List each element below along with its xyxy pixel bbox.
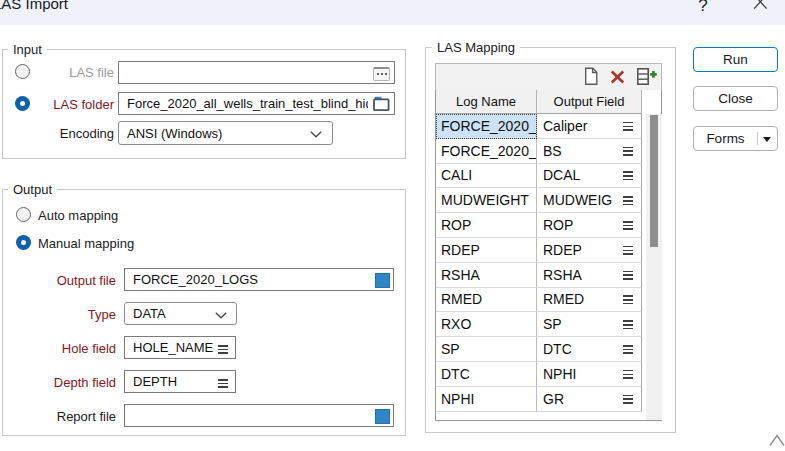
close-icon	[752, 0, 769, 12]
output-field-cell[interactable]: RDEP	[537, 238, 642, 263]
output-field-cell[interactable]: MUDWEIG	[537, 188, 642, 213]
las-import-dialog: LAS Import ? Input LAS file LAS folder F…	[0, 0, 785, 451]
chevron-down-icon	[215, 312, 227, 319]
field-menu-icon[interactable]	[218, 379, 228, 388]
encoding-select[interactable]: ANSI (Windows)	[118, 121, 333, 145]
row-menu-icon[interactable]	[623, 320, 633, 329]
output-field-cell[interactable]: RMED	[537, 288, 642, 313]
output-field-cell[interactable]: ROP	[537, 213, 642, 238]
report-file-label: Report file	[0, 409, 116, 424]
folder-icon[interactable]	[373, 96, 390, 112]
table-scrollbar[interactable]	[646, 114, 662, 420]
output-file-picker-button[interactable]	[375, 273, 390, 288]
row-menu-icon[interactable]	[623, 246, 633, 255]
row-menu-icon[interactable]	[623, 395, 633, 404]
chevron-down-icon	[310, 131, 322, 138]
row-menu-icon[interactable]	[623, 345, 633, 354]
table-row: RSHARSHA	[436, 263, 642, 288]
row-menu-icon[interactable]	[623, 196, 633, 205]
table-row: RDEPRDEP	[436, 238, 642, 263]
table-row: DTCNPHI	[436, 362, 642, 387]
report-file-input[interactable]	[124, 404, 394, 427]
row-menu-icon[interactable]	[623, 221, 633, 230]
log-name-cell[interactable]: DTC	[436, 362, 537, 387]
table-row: MUDWEIGHTMUDWEIG	[436, 188, 642, 213]
table-row: FORCE_2020_BS	[436, 139, 642, 164]
manual-mapping-label: Manual mapping	[38, 236, 134, 251]
table-row: CALIDCAL	[436, 164, 642, 189]
las-folder-label: LAS folder	[0, 97, 114, 112]
output-field-cell[interactable]: DTC	[537, 337, 642, 362]
type-label: Type	[0, 307, 116, 322]
depth-field-label: Depth field	[0, 375, 116, 390]
las-file-input[interactable]	[118, 61, 395, 84]
forms-button-divider	[757, 132, 758, 145]
auto-mapping-radio[interactable]	[16, 207, 31, 222]
table-row: FORCE_2020_Caliper	[436, 114, 642, 139]
run-button[interactable]: Run	[693, 47, 778, 72]
table-row: SPDTC	[436, 337, 642, 362]
table-row: ROPROP	[436, 213, 642, 238]
las-folder-input[interactable]: Force_2020_all_wells_train_test_blind_hi…	[118, 92, 395, 115]
log-name-cell[interactable]: NPHI	[436, 387, 537, 412]
las-mapping-group-label: LAS Mapping	[432, 41, 520, 54]
hole-field-input[interactable]: HOLE_NAME	[124, 336, 236, 359]
row-menu-icon[interactable]	[623, 122, 633, 131]
row-menu-icon[interactable]	[623, 147, 633, 156]
hole-field-label: Hole field	[0, 341, 116, 356]
auto-mapping-label: Auto mapping	[38, 208, 118, 223]
report-file-picker-button[interactable]	[375, 409, 390, 424]
forms-split-button[interactable]: Forms	[693, 126, 778, 151]
browse-file-button[interactable]	[373, 67, 390, 81]
output-field-cell[interactable]: RSHA	[537, 263, 642, 288]
table-row: NPHIGR	[436, 387, 642, 412]
output-field-cell[interactable]: BS	[537, 139, 642, 164]
log-name-cell[interactable]: FORCE_2020_	[436, 114, 537, 139]
output-field-cell[interactable]: SP	[537, 312, 642, 337]
manual-mapping-radio[interactable]	[16, 235, 31, 250]
scrollbar-thumb[interactable]	[650, 115, 658, 247]
log-name-cell[interactable]: RSHA	[436, 263, 537, 288]
output-file-input[interactable]: FORCE_2020_LOGS	[124, 268, 394, 291]
log-name-cell[interactable]: RDEP	[436, 238, 537, 263]
mapping-table: Log Name Output Field FORCE_2020_Caliper…	[435, 90, 662, 421]
delete-red-x-icon[interactable]	[610, 70, 625, 84]
output-group-label: Output	[8, 183, 57, 196]
depth-field-input[interactable]: DEPTH	[124, 370, 236, 393]
output-field-cell[interactable]: DCAL	[537, 164, 642, 189]
row-menu-icon[interactable]	[623, 370, 633, 379]
row-menu-icon[interactable]	[623, 171, 633, 180]
las-file-label: LAS file	[0, 65, 114, 80]
output-field-cell[interactable]: NPHI	[537, 362, 642, 387]
column-header-log-name[interactable]: Log Name	[436, 90, 537, 114]
title-bar: LAS Import ?	[0, 0, 785, 25]
close-button[interactable]: Close	[693, 86, 778, 111]
expand-up-chevron-icon[interactable]	[769, 434, 785, 447]
log-name-cell[interactable]: RMED	[436, 288, 537, 313]
output-field-cell[interactable]: GR	[537, 387, 642, 412]
encoding-label: Encoding	[0, 126, 114, 141]
log-name-cell[interactable]: CALI	[436, 164, 537, 189]
add-table-column-icon[interactable]	[636, 67, 657, 86]
log-name-cell[interactable]: FORCE_2020_	[436, 139, 537, 164]
help-button[interactable]: ?	[694, 0, 712, 16]
column-header-output-field[interactable]: Output Field	[537, 90, 642, 114]
new-document-icon[interactable]	[583, 67, 599, 86]
log-name-cell[interactable]: SP	[436, 337, 537, 362]
table-row: RXOSP	[436, 312, 642, 337]
field-menu-icon[interactable]	[218, 345, 228, 354]
output-file-label: Output file	[0, 273, 116, 288]
row-menu-icon[interactable]	[623, 295, 633, 304]
log-name-cell[interactable]: ROP	[436, 213, 537, 238]
window-close-button[interactable]	[752, 0, 769, 12]
table-row: RMEDRMED	[436, 288, 642, 313]
type-select[interactable]: DATA	[124, 302, 237, 325]
input-group-label: Input	[8, 43, 47, 56]
log-name-cell[interactable]: RXO	[436, 312, 537, 337]
log-name-cell[interactable]: MUDWEIGHT	[436, 188, 537, 213]
forms-button-label[interactable]: Forms	[694, 127, 757, 150]
window-title: LAS Import	[0, 0, 68, 12]
output-field-cell[interactable]: Caliper	[537, 114, 642, 139]
forms-dropdown-caret-icon[interactable]	[763, 137, 771, 142]
row-menu-icon[interactable]	[623, 271, 633, 280]
